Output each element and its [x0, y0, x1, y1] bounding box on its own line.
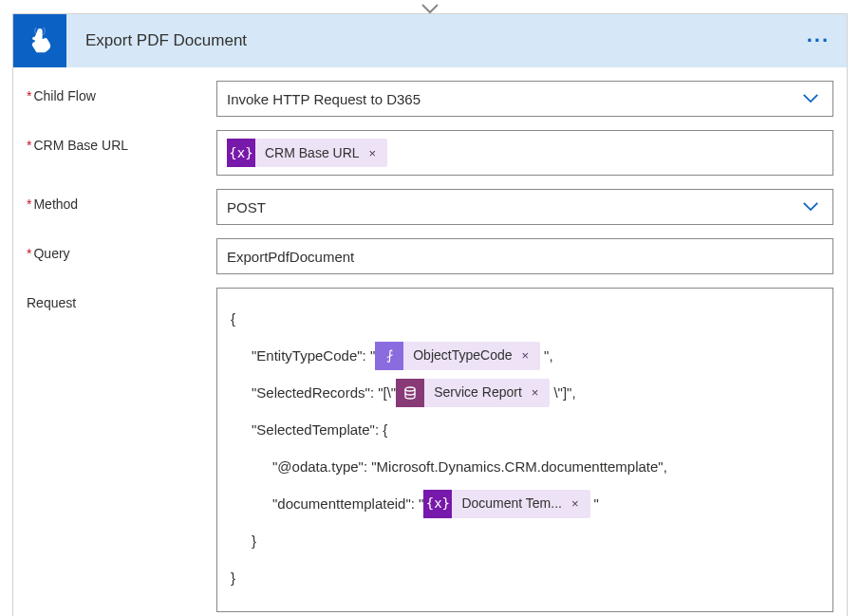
token-label: ObjectTypeCode	[413, 338, 517, 372]
row-method: *Method POST	[27, 189, 833, 225]
token-service-report[interactable]: Service Report ×	[396, 379, 550, 407]
card-body: *Child Flow Invoke HTTP Request to D365 …	[13, 67, 847, 616]
row-query: *Query ExportPdfDocument	[27, 238, 833, 274]
token-remove-button[interactable]: ×	[365, 146, 381, 160]
token-label: CRM Base URL	[265, 145, 365, 160]
method-value: POST	[227, 199, 266, 215]
token-remove-button[interactable]: ×	[568, 488, 583, 520]
row-crm-base-url: *CRM Base URL {x} CRM Base URL ×	[27, 130, 833, 176]
query-value: ExportPdfDocument	[227, 249, 354, 265]
child-flow-value: Invoke HTTP Request to D365	[227, 91, 421, 107]
expression-icon: ⨏	[375, 342, 403, 370]
token-remove-button[interactable]: ×	[528, 377, 543, 409]
label-crm-base-url: *CRM Base URL	[27, 130, 216, 153]
chevron-down-icon	[802, 199, 819, 215]
token-document-template[interactable]: {x} Document Tem... ×	[423, 490, 589, 518]
method-select[interactable]: POST	[216, 189, 833, 225]
request-body-input[interactable]: { "EntityTypeCode": " ⨏ ObjectTypeCode ×…	[216, 288, 833, 612]
data-icon	[396, 379, 424, 407]
child-flow-select[interactable]: Invoke HTTP Request to D365	[216, 81, 833, 117]
chevron-down-icon	[802, 91, 819, 107]
row-request: Request { "EntityTypeCode": " ⨏ ObjectTy…	[27, 288, 833, 612]
variable-icon: {x}	[423, 490, 452, 518]
svg-point-1	[405, 387, 415, 391]
label-child-flow: *Child Flow	[27, 81, 216, 103]
row-child-flow: *Child Flow Invoke HTTP Request to D365	[27, 81, 833, 117]
card-menu-button[interactable]: ···	[807, 28, 830, 53]
token-remove-button[interactable]: ×	[518, 340, 533, 372]
action-card-export-pdf: Export PDF Document ··· *Child Flow Invo…	[12, 13, 848, 616]
label-method: *Method	[27, 189, 216, 212]
card-header[interactable]: Export PDF Document ···	[13, 14, 847, 67]
variable-icon: {x}	[227, 139, 255, 167]
token-object-type-code[interactable]: ⨏ ObjectTypeCode ×	[375, 342, 540, 370]
flow-arrow-in	[12, 2, 848, 13]
card-title: Export PDF Document	[66, 31, 247, 50]
label-request: Request	[27, 288, 216, 310]
token-label: Service Report	[434, 375, 528, 409]
crm-base-url-input[interactable]: {x} CRM Base URL ×	[216, 130, 833, 176]
token-label: Document Tem...	[461, 486, 568, 520]
action-icon	[13, 14, 66, 67]
query-input[interactable]: ExportPdfDocument	[216, 238, 833, 274]
label-query: *Query	[27, 238, 216, 261]
token-crm-base-url[interactable]: {x} CRM Base URL ×	[227, 139, 387, 167]
touch-icon	[27, 28, 53, 54]
